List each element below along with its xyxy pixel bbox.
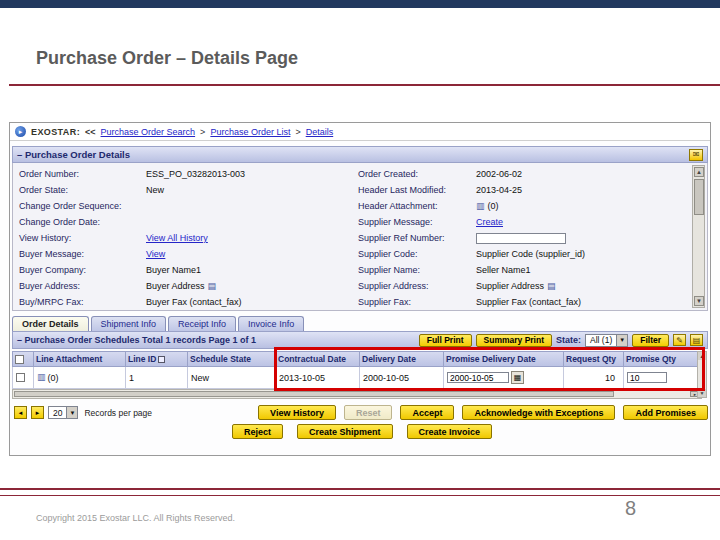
cell-schedule-state: New (188, 367, 276, 389)
exostar-logo-icon: ▸ (15, 126, 26, 137)
back-link[interactable]: << (85, 127, 96, 137)
cell-delivery-date: 2000-10-05 (360, 367, 444, 389)
details-panel-title: – Purchase Order Details (17, 149, 130, 160)
field-row-supplier-address: Supplier Address: Supplier Address ▤ (358, 278, 689, 294)
line-id-info-icon[interactable] (158, 356, 165, 363)
accept-button[interactable]: Accept (400, 405, 454, 420)
breadcrumb: ▸ EXOSTAR: << Purchase Order Search > Pu… (10, 123, 710, 141)
field-row-order-state: Order State: New (19, 182, 350, 198)
field-value: New (146, 185, 350, 195)
page-size-select[interactable]: 20 ▼ (48, 406, 78, 419)
breadcrumb-separator: > (295, 127, 300, 137)
col-promise-delivery-date: Promise Delivery Date (444, 351, 564, 367)
schedules-table: Line Attachment Line ID Schedule State C… (12, 351, 702, 389)
cell-promise-delivery-date: ▦ (444, 367, 564, 389)
field-label: Supplier Name: (358, 265, 476, 275)
pagination-bar: ◄ ► 20 ▼ Records per page View History R… (14, 405, 708, 420)
slide-top-bar (0, 0, 720, 8)
field-row-view-history: View History: View All History (19, 230, 350, 246)
filter-button[interactable]: Filter (632, 334, 669, 347)
view-history-button[interactable]: View History (258, 405, 336, 420)
chevron-down-icon[interactable]: ▼ (66, 407, 77, 418)
scrollbar-thumb[interactable] (694, 179, 704, 215)
attachment-icon[interactable]: ▥ (476, 202, 485, 211)
col-line-id: Line ID (126, 351, 188, 367)
promise-qty-input[interactable] (627, 372, 667, 383)
field-row-supplier-name: Supplier Name: Seller Name1 (358, 262, 689, 278)
slide: Purchase Order – Details Page ▸ EXOSTAR:… (0, 0, 720, 540)
field-row-header-attachment: Header Attachment: ▥ (0) (358, 198, 689, 214)
row-checkbox[interactable] (16, 373, 25, 382)
grid-icon[interactable]: ▤ (690, 334, 703, 346)
acknowledge-with-exceptions-button[interactable]: Acknowledge with Exceptions (462, 405, 615, 420)
next-page-button[interactable]: ► (31, 406, 44, 419)
breadcrumb-link-list[interactable]: Purchase Order List (210, 127, 290, 137)
state-select[interactable]: All (1) ▼ (585, 334, 628, 347)
table-row: ▥ (0) 1 New 2013-10-05 2000-10-05 ▦ 10 (12, 367, 702, 389)
breadcrumb-link-details[interactable]: Details (306, 127, 334, 137)
table-vertical-scrollbar[interactable]: ▲ ▼ (697, 351, 707, 398)
col-delivery-date: Delivery Date (360, 351, 444, 367)
field-row-order-created: Order Created: 2002-06-02 (358, 166, 689, 182)
scroll-down-icon[interactable]: ▼ (694, 296, 704, 306)
col-schedule-state: Schedule State (188, 351, 276, 367)
reject-button[interactable]: Reject (232, 424, 283, 439)
hscrollbar-thumb[interactable] (14, 391, 614, 397)
edit-icon[interactable]: ✎ (673, 334, 686, 346)
field-row-supplier-ref-number: Supplier Ref Number: (358, 230, 689, 246)
field-value: Seller Name1 (476, 265, 689, 275)
details-fields: Order Number: ESS_PO_03282013-003 Order … (12, 163, 708, 311)
field-label: View History: (19, 233, 146, 243)
tab-bar: Order Details Shipment Info Receipt Info… (12, 316, 708, 331)
prev-page-button[interactable]: ◄ (14, 406, 27, 419)
export-icon[interactable]: ✉ (689, 149, 703, 161)
add-promises-button[interactable]: Add Promises (623, 405, 708, 420)
col-promise-qty: Promise Qty (624, 351, 702, 367)
buyer-message-view-link[interactable]: View (146, 249, 165, 259)
calendar-icon[interactable]: ▦ (511, 371, 524, 384)
field-value: 2002-06-02 (476, 169, 689, 179)
address-card-icon[interactable]: ▤ (208, 282, 217, 291)
field-label: Supplier Code: (358, 249, 476, 259)
tab-order-details[interactable]: Order Details (12, 316, 89, 331)
page-size-value: 20 (49, 407, 66, 418)
records-per-page-label: Records per page (84, 408, 152, 418)
col-contractual-date: Contractual Date (276, 351, 360, 367)
page-title: Purchase Order – Details Page (36, 48, 298, 69)
address-card-icon[interactable]: ▤ (547, 282, 556, 291)
header-checkbox-icon[interactable] (15, 355, 24, 364)
field-value: (0) (488, 201, 499, 211)
create-invoice-button[interactable]: Create Invoice (407, 424, 493, 439)
field-row-buyer-address: Buyer Address: Buyer Address ▤ (19, 278, 350, 294)
create-shipment-button[interactable]: Create Shipment (297, 424, 393, 439)
field-row-buyer-fax: Buy/MRPC Fax: Buyer Fax (contact_fax) (19, 294, 350, 310)
breadcrumb-separator: > (200, 127, 205, 137)
tab-invoice-info[interactable]: Invoice Info (238, 316, 304, 331)
field-value: Buyer Name1 (146, 265, 350, 275)
col-request-qty: Request Qty (564, 351, 624, 367)
tab-receipt-info[interactable]: Receipt Info (168, 316, 236, 331)
field-value: ESS_PO_03282013-003 (146, 169, 350, 179)
header-select-column (12, 351, 34, 367)
tab-shipment-info[interactable]: Shipment Info (91, 316, 167, 331)
scroll-down-icon[interactable]: ▼ (698, 389, 706, 397)
reset-button[interactable]: Reset (344, 405, 393, 420)
field-label: Change Order Sequence: (19, 201, 146, 211)
breadcrumb-link-search[interactable]: Purchase Order Search (101, 127, 196, 137)
chevron-down-icon[interactable]: ▼ (616, 335, 627, 346)
details-scrollbar[interactable]: ▲ ▼ (692, 165, 705, 308)
supplier-message-create-link[interactable]: Create (476, 217, 503, 227)
field-label: Order Created: (358, 169, 476, 179)
view-all-history-link[interactable]: View All History (146, 233, 208, 243)
supplier-ref-number-input[interactable] (476, 233, 566, 244)
field-label: Header Attachment: (358, 201, 476, 211)
table-horizontal-scrollbar[interactable]: ► (12, 389, 702, 399)
scroll-up-icon[interactable]: ▲ (694, 167, 704, 177)
attachment-icon[interactable]: ▥ (37, 373, 46, 382)
scroll-up-icon[interactable]: ▲ (698, 352, 706, 360)
field-label: Supplier Message: (358, 217, 476, 227)
promise-delivery-date-input[interactable] (447, 372, 509, 383)
full-print-button[interactable]: Full Print (419, 334, 472, 347)
field-row-change-order-sequence: Change Order Sequence: (19, 198, 350, 214)
summary-print-button[interactable]: Summary Print (476, 334, 552, 347)
